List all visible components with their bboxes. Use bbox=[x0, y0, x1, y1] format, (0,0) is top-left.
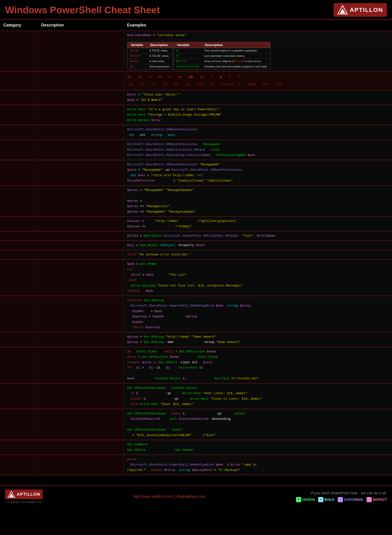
cat-ifelse bbox=[0, 384, 38, 409]
desc-param bbox=[38, 455, 124, 475]
cat-output bbox=[0, 105, 38, 125]
ex-pipeline: Get-SPContentDatabase where $_ -gt selec… bbox=[124, 409, 392, 440]
table-row: $field = New-Object Microsoft.SharePoint… bbox=[0, 232, 392, 241]
cat-strings bbox=[0, 90, 38, 104]
cat-ops bbox=[0, 72, 38, 90]
desc-pipeline bbox=[38, 409, 124, 440]
var-table-left: VariableDescription $trueA TRUE value. $… bbox=[127, 42, 173, 69]
variable-tables: VariableDescription $trueA TRUE value. $… bbox=[127, 42, 389, 69]
desc-newobj bbox=[38, 232, 124, 241]
footer-right: If you need SharePoint help - we can do … bbox=[296, 491, 387, 502]
service-customize: ✦ CUSTOMIZE bbox=[338, 497, 363, 502]
customize-icon: ✦ bbox=[338, 497, 343, 502]
ex-function: function Get-SPGroup Microsoft.SharePoin… bbox=[124, 296, 392, 332]
desc-function bbox=[38, 296, 124, 332]
cat-psobj bbox=[0, 241, 38, 250]
footer-logo-icon bbox=[8, 491, 15, 498]
table-row: $text = "Tessa says 'Hello!'" $pwd = "pa… bbox=[0, 90, 392, 104]
col-category: Category bbox=[0, 21, 38, 29]
table-row: Get-SPContentDatabase ForEach-Object if … bbox=[0, 384, 392, 409]
ex-enum: Microsoft.SharePoint.SPBasePermissions x… bbox=[124, 125, 392, 139]
desc-casting bbox=[38, 140, 124, 160]
cat-vars-table bbox=[0, 40, 38, 71]
table-row: $values = "http://demo" ="Aptillon\glapo… bbox=[0, 217, 392, 231]
ex-vars-table: VariableDescription $trueA TRUE value. $… bbox=[124, 40, 392, 71]
ex-trycatch: $web = Get-SPWeb try $list = $web "Foo L… bbox=[124, 260, 392, 296]
ex-getspgroup: $qroup = Get-SPGroup "http://demo" "Demo… bbox=[124, 332, 392, 347]
table-row: $obj = New-Object PSObject -Property $ha… bbox=[0, 241, 392, 250]
desc-trycatch bbox=[38, 260, 124, 296]
cat-discovery bbox=[0, 440, 38, 455]
table-row: $perms = "ManageWeb" "ManageSubwebs" $pe… bbox=[0, 186, 392, 216]
cat-enum bbox=[0, 125, 38, 139]
table-row: $variableName = "variable value" bbox=[0, 31, 392, 40]
column-headers: Category Description Examples bbox=[0, 19, 392, 31]
main-table: $variableName = "variable value" Variabl… bbox=[0, 31, 392, 475]
footer-center: http://www.aptillon.com | info@aptillon.… bbox=[134, 494, 205, 499]
footer-links: http://www.aptillon.com | info@aptillon.… bbox=[134, 494, 205, 499]
col-examples: Examples bbox=[124, 21, 392, 29]
footer-tagline: If you need SharePoint help - we can do … bbox=[296, 491, 387, 495]
desc-vars-table bbox=[38, 40, 124, 71]
footer-logo: APTILLON bbox=[5, 489, 42, 499]
ex-variable-assign: $variableName = "variable value" bbox=[124, 31, 392, 40]
desc-output bbox=[38, 105, 124, 125]
ex-strings: $text = "Tessa says 'Hello!'" $pwd = "pa… bbox=[124, 90, 392, 104]
ex-permissions: Microsoft.SharePoint.SPBasePermissions "… bbox=[124, 160, 392, 185]
desc-ifelse bbox=[38, 384, 124, 409]
cat-pipeline bbox=[0, 409, 38, 440]
table-row: do Start-Sleep while ! Get-SPSolution $n… bbox=[0, 347, 392, 383]
desc-enum bbox=[38, 125, 124, 139]
logo-text: APTILLON bbox=[350, 6, 383, 13]
ex-hash: $values = "http://demo" ="Aptillon\glapo… bbox=[124, 217, 392, 231]
desc-strings bbox=[38, 90, 124, 104]
table-row: Get-Command Get-SPSite Get-Member bbox=[0, 440, 392, 455]
ex-param: param Microsoft.SharePoint.PowerShell.SP… bbox=[124, 455, 392, 475]
table-row: param Microsoft.SharePoint.PowerShell.SP… bbox=[0, 455, 392, 475]
footer-left: APTILLON © Copyright 2013 Aptillon, Inc. bbox=[5, 489, 42, 504]
cat-loops bbox=[0, 347, 38, 383]
desc-loops bbox=[38, 347, 124, 383]
footer-services: P DESIGN ⚙ BUILD ✦ CUSTOMIZE 🔍 INSPECT bbox=[296, 497, 387, 502]
logo: APTILLON bbox=[334, 3, 387, 17]
cat-casting bbox=[0, 140, 38, 160]
ex-ops: ==!=<<=>>=&&||!&|^ -eq-ne-lt-le-gt-ge-an… bbox=[124, 72, 392, 90]
table-row: VariableDescription $trueA TRUE value. $… bbox=[0, 40, 392, 71]
desc-variables bbox=[38, 31, 124, 40]
cat-hash bbox=[0, 217, 38, 231]
cat-perms2 bbox=[0, 186, 38, 216]
table-row: Microsoft.SharePoint.SPBasePermissions x… bbox=[0, 125, 392, 139]
desc-discovery bbox=[38, 440, 124, 455]
desc-perms2 bbox=[38, 186, 124, 216]
logo-icon bbox=[337, 5, 348, 14]
desc-psobj bbox=[38, 241, 124, 250]
ex-psobj: $obj = New-Object PSObject -Property $ha… bbox=[124, 241, 392, 250]
table-row: $qroup = Get-SPGroup "http://demo" "Demo… bbox=[0, 332, 392, 347]
desc-hash bbox=[38, 217, 124, 231]
cat-getspgroup bbox=[0, 332, 38, 347]
cat-throw bbox=[0, 250, 38, 259]
ex-newobj: $field = New-Object Microsoft.SharePoint… bbox=[124, 232, 392, 241]
footer-copyright: © Copyright 2013 Aptillon, Inc. bbox=[5, 501, 42, 504]
ex-output: Write-Host "It's a great day to learn Po… bbox=[124, 105, 392, 125]
build-icon: ⚙ bbox=[318, 497, 323, 502]
cat-variables bbox=[0, 31, 38, 40]
ex-throw: throw "An unknown error occurred." bbox=[124, 250, 392, 259]
table-row: Microsoft.SharePoint.SPBasePermissions M… bbox=[0, 140, 392, 160]
service-build: ⚙ BUILD bbox=[318, 497, 334, 502]
ex-perms2: $perms = "ManageWeb" "ManageSubwebs" $pe… bbox=[124, 186, 392, 216]
ex-casting: Microsoft.SharePoint.SPBasePermissions M… bbox=[124, 140, 392, 160]
cat-newobj bbox=[0, 232, 38, 241]
header: Windows PowerShell Cheat Sheet APTILLON bbox=[0, 0, 392, 19]
var-table-right: VariableDescription $_The current object… bbox=[173, 42, 270, 69]
ex-ifelse: Get-SPContentDatabase ForEach-Object if … bbox=[124, 384, 392, 409]
table-row: $web = Get-SPWeb try $list = $web "Foo L… bbox=[0, 260, 392, 296]
table-row: throw "An unknown error occurred." bbox=[0, 250, 392, 259]
col-description: Description bbox=[38, 21, 124, 29]
service-inspect: 🔍 INSPECT bbox=[367, 497, 387, 502]
design-icon: P bbox=[296, 497, 301, 502]
desc-throw bbox=[38, 250, 124, 259]
page-title: Windows PowerShell Cheat Sheet bbox=[5, 4, 160, 15]
ex-loops: do Start-Sleep while ! Get-SPSolution $n… bbox=[124, 347, 392, 383]
cat-param bbox=[0, 455, 38, 475]
